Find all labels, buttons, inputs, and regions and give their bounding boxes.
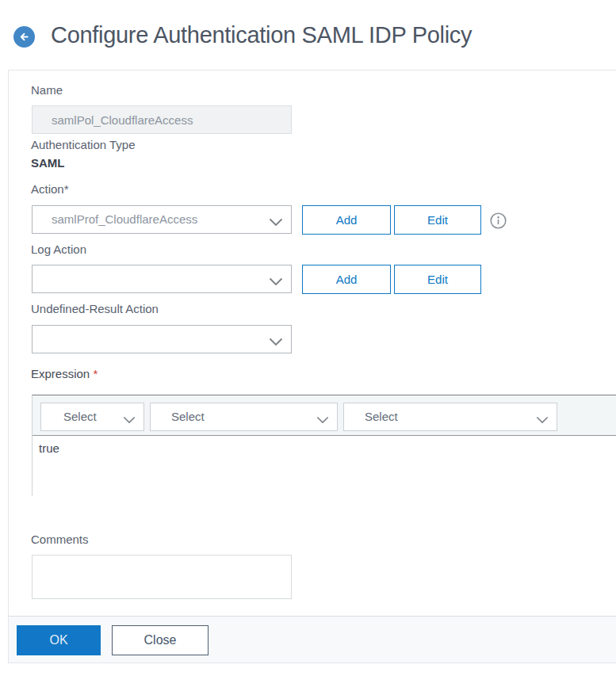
action-select-value: samlProf_CloudflareAccess [52,212,197,226]
page-title: Configure Authentication SAML IDP Policy [51,22,472,48]
chevron-down-icon [123,413,136,427]
expression-select-3[interactable]: Select [343,403,557,431]
expression-select-1[interactable]: Select [40,403,144,431]
required-asterisk: * [93,367,98,380]
expression-select-2[interactable]: Select [150,403,338,431]
expression-select-2-value: Select [171,410,205,423]
action-add-button[interactable]: Add [302,205,391,235]
expression-label-text: Expression [31,367,90,380]
close-button[interactable]: Close [112,625,209,655]
back-button[interactable] [13,26,35,48]
expression-editor-toolbar: Select Select Select [33,395,616,436]
log-action-label: Log Action [31,242,86,256]
action-label: Action* [31,182,69,196]
chevron-down-icon [316,413,329,427]
expression-textarea[interactable]: true [33,436,616,495]
chevron-down-icon [536,413,549,427]
comments-label: Comments [31,533,89,546]
auth-type-value: SAML [31,156,65,170]
expression-editor: Select Select Select [32,395,616,495]
arrow-left-icon [18,31,30,43]
configure-saml-idp-policy-page: Configure Authentication SAML IDP Policy… [0,0,616,695]
form-panel: Name Authentication Type SAML Action* sa… [8,70,616,663]
auth-type-label: Authentication Type [31,138,135,151]
comments-textarea[interactable] [32,555,292,599]
log-action-select[interactable] [32,265,292,293]
info-icon[interactable] [490,212,507,229]
name-label: Name [31,83,63,97]
log-action-edit-button[interactable]: Edit [394,265,481,294]
expression-select-3-value: Select [365,410,398,423]
ok-button[interactable]: OK [17,625,101,655]
expression-label: Expression * [31,367,98,380]
undefined-result-select[interactable] [32,325,292,353]
undefined-result-label: Undefined-Result Action [31,302,159,315]
footer-bar: OK Close [9,616,616,663]
name-input[interactable] [32,105,292,134]
action-select[interactable]: samlProf_CloudflareAccess [32,205,292,234]
chevron-down-icon [269,275,283,289]
action-edit-button[interactable]: Edit [394,205,481,235]
chevron-down-icon [269,216,283,230]
chevron-down-icon [269,335,283,349]
expression-select-1-value: Select [63,410,97,423]
log-action-add-button[interactable]: Add [302,265,391,294]
